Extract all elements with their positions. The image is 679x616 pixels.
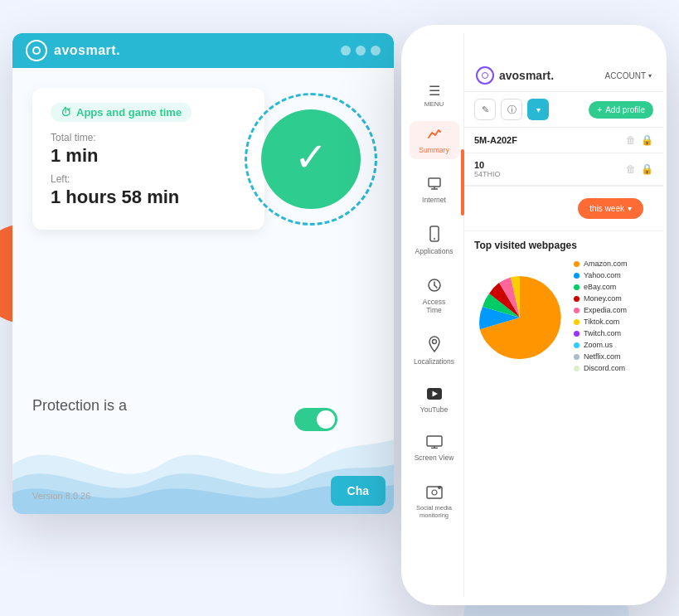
mobile-logo-icon (476, 66, 494, 85)
legend-dot-expedia (574, 308, 580, 313)
mobile-phone: ☰ MENU Summary I (401, 25, 667, 605)
legend-dot-money (574, 296, 580, 302)
legend-dot-tiktok (574, 319, 580, 325)
sidebar-item-localizations[interactable]: Localizations (410, 331, 459, 371)
legend-label-money: Money.com (584, 294, 622, 303)
legend-label-amazon: Amazon.com (584, 259, 628, 268)
phone-notch (492, 25, 575, 48)
access-time-icon (427, 278, 442, 296)
sidebar-item-screen-view[interactable]: Screen View (410, 430, 459, 467)
menu-label: MENU (424, 100, 444, 108)
legend-netflix: Netflix.com (574, 352, 653, 361)
legend-twitch: Twitch.com (574, 329, 653, 337)
legend-label-discord: Discord.com (584, 364, 625, 372)
legend-expedia: Expedia.com (574, 306, 653, 314)
internet-icon (427, 176, 442, 194)
youtube-icon (426, 387, 443, 404)
social-media-icon (426, 484, 443, 502)
mobile-logo-area: avosmart. (476, 66, 554, 85)
sidebar-label-applications: Applications (415, 247, 453, 255)
legend-dot-zoom (574, 342, 580, 348)
legend-label-ebay: eBay.com (584, 283, 616, 291)
sidebar-label-summary: Summary (419, 146, 449, 154)
legend-label-twitch: Twitch.com (584, 329, 621, 337)
phone-screen: ☰ MENU Summary I (405, 33, 663, 597)
left-value: 1 hours 58 min (51, 187, 246, 208)
applications-icon (428, 226, 441, 245)
sidebar-label-social-media: Social media monitoring (415, 504, 454, 519)
device-section: 5M-A202F 🗑 🔒 10 54THIO 🗑 🔒 (464, 128, 663, 187)
sidebar-item-social-media[interactable]: Social media monitoring (410, 479, 459, 524)
desktop-logo-text: avosmart. (54, 43, 120, 58)
device-edit-icon-2[interactable]: 🗑 (626, 163, 636, 175)
device-info-1: 5M-A202F (474, 135, 626, 145)
legend-label-tiktok: Tiktok.com (584, 318, 619, 326)
sidebar-label-youtube: YouTube (420, 405, 448, 414)
sidebar-label-access-time: Access Time (415, 298, 454, 314)
sidebar-label-screen-view: Screen View (415, 454, 454, 462)
legend-dot-discord (574, 366, 580, 371)
legend-dot-amazon (574, 261, 580, 267)
mobile-logo-dot (482, 72, 488, 79)
legend-dot-yahoo (574, 273, 580, 279)
summary-icon (427, 126, 442, 144)
stats-card: ⏱ Apps and game time Total time: 1 min L… (32, 88, 264, 230)
svg-rect-0 (429, 178, 440, 187)
chart-legend: Amazon.com Yahoo.com eBay.com Money (574, 259, 653, 376)
device-lock-icon-2[interactable]: 🔒 (641, 163, 653, 175)
window-dot-2[interactable] (356, 46, 366, 56)
desktop-titlebar: avosmart. (12, 33, 394, 68)
account-button[interactable]: ACCOUNT ▾ (605, 71, 652, 80)
this-week-row: this week ▾ (464, 187, 663, 231)
legend-label-netflix: Netflix.com (584, 352, 621, 361)
window-dot-1[interactable] (341, 46, 351, 56)
profile-dropdown-btn[interactable]: ▾ (527, 99, 549, 120)
svg-rect-11 (427, 436, 442, 446)
legend-label-yahoo: Yahoo.com (584, 271, 621, 279)
legend-zoom: Zoom.us (574, 341, 653, 349)
legend-money: Money.com (574, 294, 653, 303)
device-id-2: 10 (474, 160, 626, 170)
hamburger-icon[interactable]: ☰ (429, 83, 440, 99)
legend-dot-twitch (574, 331, 580, 337)
plus-icon: + (597, 105, 602, 114)
device-actions-1: 🗑 🔒 (626, 134, 653, 146)
add-profile-btn[interactable]: + Add profile (589, 101, 653, 119)
sidebar-item-access-time[interactable]: Access Time (410, 273, 459, 319)
stats-label: ⏱ Apps and game time (51, 103, 192, 122)
desktop-logo: avosmart. (26, 40, 120, 61)
device-lock-icon-1[interactable]: 🔒 (641, 134, 653, 146)
device-row-1[interactable]: 5M-A202F 🗑 🔒 (464, 128, 663, 153)
window-controls (341, 46, 381, 56)
device-edit-icon-1[interactable]: 🗑 (626, 134, 636, 146)
sidebar-item-applications[interactable]: Applications (410, 221, 459, 260)
left-label: Left: (51, 173, 246, 185)
account-label: ACCOUNT (605, 71, 646, 80)
left-time-row: Left: 1 hours 58 min (51, 173, 246, 208)
mobile-logo-text: avosmart. (499, 69, 554, 82)
legend-label-expedia: Expedia.com (584, 306, 627, 314)
sidebar-item-summary[interactable]: Summary (410, 121, 459, 159)
mobile-main: avosmart. ACCOUNT ▾ ✎ ⓘ ▾ + Add profile (464, 33, 663, 597)
total-time-label: Total time: (51, 132, 246, 143)
sidebar-label-localizations: Localizations (414, 357, 454, 366)
chat-button[interactable]: Cha (331, 476, 386, 506)
legend-tiktok: Tiktok.com (574, 318, 653, 326)
checkmark-icon: ✓ (294, 138, 327, 177)
total-time-row: Total time: 1 min (51, 132, 246, 167)
version-text: Version 8.0.26 (32, 491, 90, 501)
top-visited-section: Top visited webpages (464, 231, 663, 597)
timer-circle-outer: ✓ (245, 93, 377, 226)
device-id-1: 5M-A202F (474, 135, 626, 145)
this-week-btn[interactable]: this week ▾ (578, 198, 643, 219)
timer-visual: ✓ (245, 93, 377, 226)
device-row-2[interactable]: 10 54THIO 🗑 🔒 (464, 153, 663, 186)
profile-info-btn[interactable]: ⓘ (501, 99, 522, 120)
sidebar-item-internet[interactable]: Internet (410, 171, 459, 209)
legend-amazon: Amazon.com (574, 259, 653, 268)
sidebar-item-youtube[interactable]: YouTube (410, 382, 459, 419)
legend-dot-netflix (574, 354, 580, 360)
window-dot-3[interactable] (371, 46, 381, 56)
edit-profile-btn[interactable]: ✎ (474, 99, 496, 120)
legend-yahoo: Yahoo.com (574, 271, 653, 279)
